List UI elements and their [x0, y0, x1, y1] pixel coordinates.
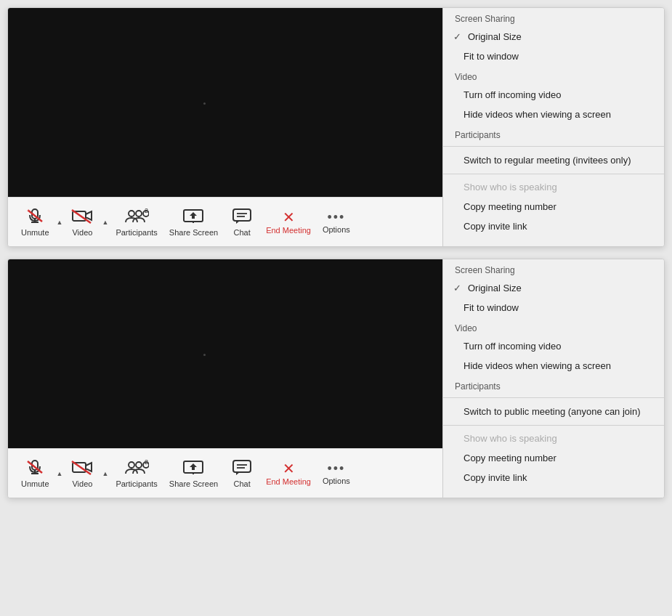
options-button-2[interactable]: ••• Options	[317, 459, 356, 488]
video-button[interactable]: Video	[64, 205, 100, 240]
meeting-main-2: Unmute ▲ Video ▲	[8, 259, 442, 498]
participants-header-1: Participants	[443, 124, 664, 143]
svg-rect-35	[233, 461, 251, 472]
switch-meeting-item-1[interactable]: Switch to regular meeting (invitees only…	[443, 150, 664, 171]
unmute-button-2[interactable]: Unmute	[15, 456, 55, 491]
check-icon-2: ✓	[453, 283, 463, 293]
switch-meeting-item-2[interactable]: Switch to public meeting (anyone can joi…	[443, 401, 664, 422]
video-button-2[interactable]: Video	[64, 456, 100, 491]
share-screen-label-2: Share Screen	[169, 479, 218, 488]
participants-button[interactable]: 2 Participants	[110, 205, 163, 240]
share-screen-button-2[interactable]: Share Screen	[163, 456, 224, 491]
video-chevron[interactable]: ▲	[100, 216, 110, 229]
show-who-speaking-item-2: Show who is speaking	[443, 429, 664, 448]
end-meeting-button[interactable]: ✕ End Meeting	[260, 207, 317, 238]
video-chevron-2[interactable]: ▲	[100, 467, 110, 480]
unmute-button[interactable]: Unmute	[15, 205, 55, 240]
video-group-2: Video ▲	[64, 456, 110, 491]
meeting-panel-2: Unmute ▲ Video ▲	[7, 259, 665, 498]
screen-sharing-header-2: Screen Sharing	[443, 259, 664, 278]
video-header-1: Video	[443, 66, 664, 85]
options-label-2: Options	[323, 477, 350, 485]
video-muted-icon	[71, 208, 93, 227]
video-area-1	[8, 8, 442, 197]
svg-marker-25	[86, 463, 92, 471]
screen-sharing-header-1: Screen Sharing	[443, 8, 664, 27]
copy-meeting-number-item-1[interactable]: Copy meeting number	[443, 197, 664, 216]
video-dot-2	[203, 354, 206, 356]
svg-marker-15	[190, 212, 197, 219]
participants-label-2: Participants	[116, 479, 157, 488]
toolbar-2: Unmute ▲ Video ▲	[8, 448, 442, 498]
svg-point-8	[129, 211, 134, 216]
video-group: Video ▲	[64, 205, 110, 240]
unmute-group-2: Unmute ▲	[15, 456, 64, 491]
share-screen-icon	[182, 208, 204, 227]
fit-to-window-item-2[interactable]: Fit to window	[443, 298, 664, 317]
participants-icon: 2	[124, 208, 149, 227]
participants-icon-2: 2	[124, 459, 149, 478]
chat-icon	[232, 208, 252, 227]
show-who-speaking-item-1: Show who is speaking	[443, 177, 664, 197]
share-screen-button[interactable]: Share Screen	[163, 205, 224, 240]
meeting-panel-1: Unmute ▲ Video ▲	[7, 7, 665, 247]
turn-off-video-item-2[interactable]: Turn off incoming video	[443, 336, 664, 356]
toolbar-1: Unmute ▲ Video ▲	[8, 197, 442, 246]
svg-point-9	[136, 211, 142, 216]
mic-muted-icon	[25, 208, 45, 227]
options-dots-icon: •••	[327, 211, 345, 224]
turn-off-video-item-1[interactable]: Turn off incoming video	[443, 85, 664, 105]
meeting-main-1: Unmute ▲ Video ▲	[8, 8, 442, 246]
options-panel-1: Screen Sharing ✓ Original Size Fit to wi…	[442, 8, 664, 246]
share-screen-label: Share Screen	[169, 228, 218, 237]
copy-meeting-number-item-2[interactable]: Copy meeting number	[443, 448, 664, 468]
divider-mid-2	[443, 425, 664, 426]
video-label: Video	[72, 228, 92, 237]
end-meeting-icon: ✕	[283, 210, 295, 224]
participants-header-2: Participants	[443, 376, 664, 394]
unmute-chevron-2[interactable]: ▲	[55, 467, 65, 480]
hide-videos-item-1[interactable]: Hide videos when viewing a screen	[443, 105, 664, 124]
options-label: Options	[323, 225, 350, 234]
chat-label: Chat	[234, 228, 251, 237]
video-muted-icon-2	[71, 459, 93, 478]
svg-marker-6	[86, 211, 92, 220]
options-button[interactable]: ••• Options	[317, 208, 356, 237]
copy-invite-link-item-1[interactable]: Copy invite link	[443, 216, 664, 236]
svg-text:2: 2	[145, 208, 148, 214]
chat-button[interactable]: Chat	[224, 205, 260, 240]
fit-to-window-item-1[interactable]: Fit to window	[443, 46, 664, 66]
end-meeting-icon-2: ✕	[283, 461, 295, 476]
chat-icon-2	[232, 459, 252, 478]
video-dot-1	[203, 102, 206, 105]
unmute-group: Unmute ▲	[15, 205, 64, 240]
divider-top-1	[443, 146, 664, 147]
end-meeting-button-2[interactable]: ✕ End Meeting	[260, 458, 317, 489]
check-icon-1: ✓	[453, 31, 463, 42]
unmute-label-2: Unmute	[21, 479, 49, 488]
copy-invite-link-item-2[interactable]: Copy invite link	[443, 468, 664, 487]
original-size-item-1[interactable]: ✓ Original Size	[443, 27, 664, 46]
unmute-label: Unmute	[21, 228, 49, 237]
chat-button-2[interactable]: Chat	[224, 456, 260, 491]
svg-point-28	[136, 462, 142, 468]
participants-label: Participants	[116, 228, 157, 237]
options-dots-icon-2: •••	[327, 462, 345, 475]
svg-marker-36	[236, 472, 240, 475]
svg-rect-16	[233, 209, 251, 221]
svg-marker-34	[190, 463, 197, 470]
original-size-item-2[interactable]: ✓ Original Size	[443, 278, 664, 298]
end-meeting-label-2: End Meeting	[266, 477, 311, 486]
video-header-2: Video	[443, 317, 664, 336]
mic-muted-icon-2	[25, 459, 45, 478]
divider-mid-1	[443, 174, 664, 174]
options-panel-2: Screen Sharing ✓ Original Size Fit to wi…	[442, 259, 664, 498]
svg-point-27	[129, 462, 134, 468]
divider-top-2	[443, 397, 664, 398]
end-meeting-label: End Meeting	[266, 226, 311, 235]
video-area-2	[8, 259, 442, 448]
hide-videos-item-2[interactable]: Hide videos when viewing a screen	[443, 356, 664, 376]
video-label-2: Video	[72, 479, 92, 488]
unmute-chevron[interactable]: ▲	[55, 216, 65, 229]
participants-button-2[interactable]: 2 Participants	[110, 456, 163, 491]
